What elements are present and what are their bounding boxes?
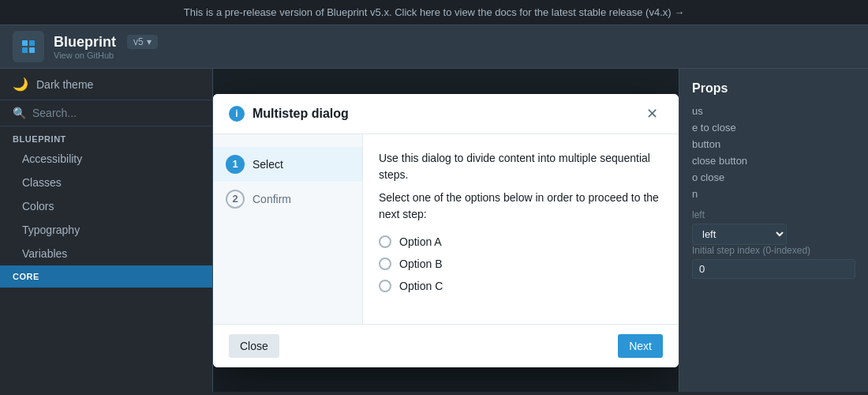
radio-a[interactable] <box>379 235 391 248</box>
close-button[interactable]: Close <box>229 334 279 358</box>
app-title: Blueprint <box>54 34 116 51</box>
step-item-2[interactable]: 2 Confirm <box>213 182 362 216</box>
section-header-blueprint: BLUEPRINT <box>0 126 212 147</box>
header-subtitle[interactable]: View on GitHub <box>54 51 158 60</box>
options-group: Option A Option B Option C <box>379 235 663 292</box>
prop-item-us: us <box>692 105 855 117</box>
theme-toggle-label: Dark theme <box>36 78 93 91</box>
main-layout: 🌙 Dark theme 🔍 Search... BLUEPRINT Acces… <box>0 69 868 392</box>
step-index-label: Initial step index (0-indexed) <box>692 245 855 256</box>
section-header-core: CORE <box>0 265 212 288</box>
step-badge-1: 1 <box>226 155 245 174</box>
next-button[interactable]: Next <box>618 334 663 358</box>
sidebar-item-classes[interactable]: Classes <box>0 171 212 194</box>
dialog-title: Multistep dialog <box>253 107 349 121</box>
option-a[interactable]: Option A <box>379 235 663 248</box>
dialog-header: i Multistep dialog ✕ <box>213 94 679 134</box>
step-description: Use this dialog to divide content into m… <box>379 150 663 183</box>
theme-toggle[interactable]: 🌙 Dark theme <box>0 69 212 100</box>
chevron-down-icon: ▾ <box>147 36 152 47</box>
multistep-dialog: i Multistep dialog ✕ 1 Select <box>213 94 679 367</box>
sidebar: 🌙 Dark theme 🔍 Search... BLUEPRINT Acces… <box>0 69 213 392</box>
sidebar-item-variables[interactable]: Variables <box>0 242 212 265</box>
version-selector[interactable]: v5 ▾ <box>127 35 158 49</box>
main-content: i Multistep dialog ✕ 1 Select <box>213 69 679 392</box>
svg-rect-0 <box>22 40 28 46</box>
option-c[interactable]: Option C <box>379 280 663 292</box>
prop-item-button: button <box>692 138 855 150</box>
right-panel: Props us e to close button close button … <box>679 69 868 392</box>
svg-rect-2 <box>22 47 28 53</box>
step-index-input[interactable] <box>692 259 855 279</box>
dialog-body: 1 Select 2 Confirm Use thi <box>213 134 679 324</box>
step-index-row: Initial step index (0-indexed) <box>692 245 855 279</box>
position-select[interactable]: left right center <box>692 224 787 245</box>
step-sub-description: Select one of the options below in order… <box>379 190 663 223</box>
dialog-footer: Close Next <box>213 324 679 367</box>
option-c-label: Option C <box>399 280 443 292</box>
svg-rect-1 <box>29 40 35 46</box>
app-header: Blueprint v5 ▾ View on GitHub <box>0 25 868 69</box>
option-b[interactable]: Option B <box>379 258 663 270</box>
cube-icon <box>19 37 38 56</box>
step-label-2: Confirm <box>253 193 291 205</box>
dialog-close-button[interactable]: ✕ <box>642 105 663 122</box>
step-badge-2: 2 <box>226 190 245 209</box>
search-label: Search... <box>32 107 77 119</box>
sidebar-item-accessibility[interactable]: Accessibility <box>0 147 212 171</box>
prop-item-oclose: o close <box>692 171 855 183</box>
radio-c[interactable] <box>379 280 391 292</box>
moon-icon: 🌙 <box>13 77 28 92</box>
search-icon: 🔍 <box>13 107 26 119</box>
dialog-overlay: i Multistep dialog ✕ 1 Select <box>213 69 679 392</box>
sidebar-search[interactable]: 🔍 Search... <box>0 100 212 126</box>
step-item-1[interactable]: 1 Select <box>213 147 362 182</box>
app-logo <box>13 31 44 62</box>
prop-item-closebutton: close button <box>692 155 855 167</box>
position-label: left <box>692 209 855 220</box>
sidebar-item-typography[interactable]: Typography <box>0 218 212 242</box>
step-content: Use this dialog to divide content into m… <box>363 134 679 324</box>
radio-b[interactable] <box>379 258 391 270</box>
steps-panel: 1 Select 2 Confirm <box>213 134 363 324</box>
option-b-label: Option B <box>399 258 442 270</box>
info-icon: i <box>229 106 245 122</box>
props-title: Props <box>692 81 855 96</box>
prop-item-n: n <box>692 188 855 200</box>
position-select-row: left left right center <box>692 209 855 245</box>
step-label-1: Select <box>253 158 283 171</box>
header-title-group: Blueprint v5 ▾ View on GitHub <box>54 34 158 60</box>
option-a-label: Option A <box>399 235 442 248</box>
top-banner: This is a pre-release version of Bluepri… <box>0 0 868 25</box>
dialog-title-row: i Multistep dialog <box>229 106 349 122</box>
svg-rect-3 <box>29 47 35 53</box>
sidebar-item-colors[interactable]: Colors <box>0 194 212 218</box>
prop-item-etoclose: e to close <box>692 122 855 134</box>
banner-text: This is a pre-release version of Bluepri… <box>184 6 684 18</box>
